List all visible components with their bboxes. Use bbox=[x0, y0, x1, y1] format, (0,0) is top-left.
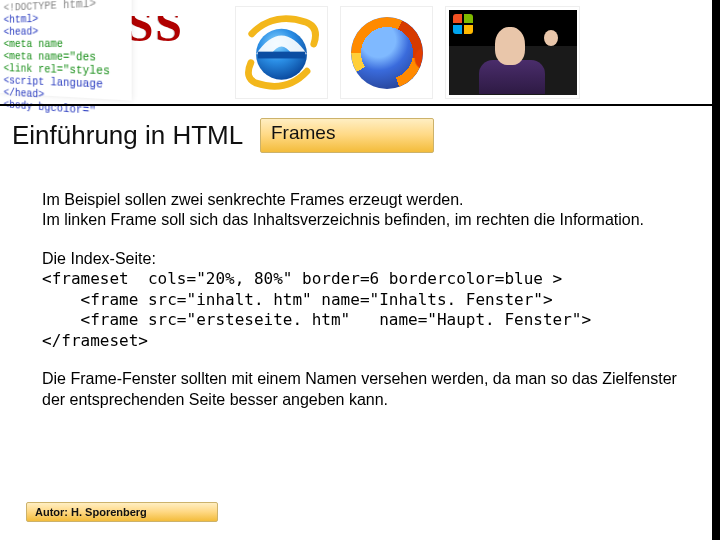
code-line-3: <frame src="ersteseite. htm" name="Haupt… bbox=[42, 310, 678, 330]
header-image-band: HTML5 CSS 3 < bbox=[0, 0, 720, 110]
section-badge: Frames bbox=[260, 118, 434, 153]
firefox-icon bbox=[340, 6, 433, 99]
note-paragraph: Die Frame-Fenster sollten mit einem Name… bbox=[42, 369, 678, 410]
intro-line-1: Im Beispiel sollen zwei senkrechte Frame… bbox=[42, 190, 678, 210]
header-divider bbox=[0, 104, 720, 106]
author-badge: Autor: H. Sporenberg bbox=[26, 502, 218, 522]
section-badge-text: Frames bbox=[271, 122, 335, 144]
html-source-thumbnail: <!DOCTYPE html> <html> <head> <meta name… bbox=[0, 0, 132, 101]
code-line-4: </frameset> bbox=[42, 331, 678, 351]
author-text: Autor: H. Sporenberg bbox=[35, 506, 147, 518]
code-line-1: <frameset cols="20%, 80%" border=6 borde… bbox=[42, 269, 678, 289]
intro-line-2: Im linken Frame soll sich das Inhaltsver… bbox=[42, 210, 678, 230]
code-heading: Die Index-Seite: bbox=[42, 249, 678, 269]
internet-explorer-icon bbox=[235, 6, 328, 99]
slide-body: Im Beispiel sollen zwei senkrechte Frame… bbox=[42, 190, 678, 410]
windows-icon bbox=[453, 14, 473, 34]
svg-rect-1 bbox=[258, 52, 306, 59]
title-row: Einführung in HTML Frames bbox=[12, 120, 712, 164]
page-title: Einführung in HTML bbox=[12, 120, 243, 150]
code-line-2: <frame src="inhalt. htm" name="Inhalts. … bbox=[42, 290, 678, 310]
presenter-photo bbox=[445, 6, 580, 99]
right-black-strip bbox=[712, 0, 720, 540]
